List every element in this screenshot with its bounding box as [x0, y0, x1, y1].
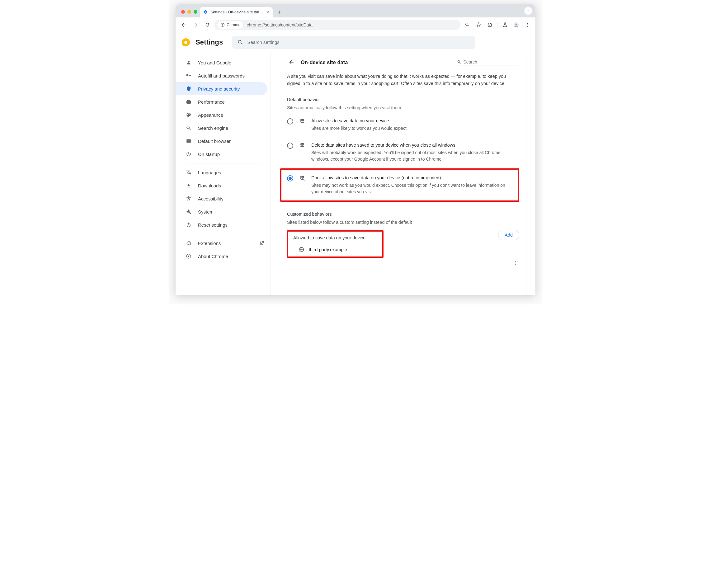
database-icon — [299, 142, 306, 149]
url-text: chrome://settings/content/siteData — [246, 22, 313, 27]
sidebar-label: About Chrome — [198, 254, 228, 259]
reload-button[interactable] — [202, 20, 212, 30]
default-behavior-heading: Default behavior — [280, 88, 526, 103]
toolbar-divider — [497, 22, 497, 28]
page-title: On-device site data — [301, 60, 348, 65]
gear-icon — [203, 10, 208, 15]
sidebar-label: Appearance — [198, 112, 223, 118]
close-window-button[interactable] — [181, 10, 185, 14]
sidebar-label: You and Google — [198, 60, 231, 65]
radio-unselected[interactable] — [287, 118, 293, 125]
extensions-icon — [186, 240, 192, 246]
option-allow[interactable]: Allow sites to save data on your device … — [280, 113, 526, 137]
database-off-icon — [299, 175, 306, 181]
svg-point-8 — [188, 256, 190, 257]
sidebar-label: Performance — [198, 99, 225, 105]
sidebar-item-system[interactable]: System — [176, 205, 267, 218]
chrome-logo-icon — [182, 38, 190, 46]
option-delete-on-close[interactable]: Delete data sites have saved to your dev… — [280, 137, 526, 168]
accessibility-icon — [186, 195, 192, 202]
sidebar-item-languages[interactable]: Languages — [176, 166, 267, 179]
sidebar-label: Languages — [198, 170, 221, 175]
option-desc: Sites may not work as you would expect. … — [311, 182, 511, 195]
translate-icon — [186, 169, 192, 176]
option-desc: Sites are more likely to work as you wou… — [311, 125, 407, 132]
svg-point-3 — [516, 23, 517, 25]
toolbar: Chrome chrome://settings/content/siteDat… — [176, 17, 535, 32]
back-button[interactable] — [179, 20, 189, 30]
svg-point-17 — [515, 264, 516, 265]
sidebar-label: Reset settings — [198, 222, 228, 227]
forward-button[interactable] — [191, 20, 200, 30]
profile-avatar-icon[interactable] — [511, 20, 521, 30]
page-back-button[interactable] — [287, 58, 296, 67]
shield-icon — [186, 86, 192, 92]
sidebar-item-reset[interactable]: Reset settings — [176, 218, 267, 231]
sidebar: You and Google Autofill and passwords Pr… — [176, 52, 271, 295]
chrome-icon — [220, 23, 225, 27]
sidebar-separator — [185, 163, 263, 164]
globe-icon — [298, 246, 304, 253]
fullscreen-window-button[interactable] — [194, 10, 197, 14]
customized-subtext: Sites listed below follow a custom setti… — [280, 218, 526, 227]
radio-unselected[interactable] — [287, 143, 293, 149]
minimize-window-button[interactable] — [188, 10, 191, 14]
sidebar-item-you-and-google[interactable]: You and Google — [176, 56, 267, 69]
default-behavior-subtext: Sites automatically follow this setting … — [280, 103, 526, 113]
page-search-input[interactable] — [463, 60, 519, 64]
tab-title: Settings - On-device site dat… — [211, 10, 263, 14]
sidebar-item-performance[interactable]: Performance — [176, 95, 267, 108]
sidebar-label: System — [198, 209, 214, 215]
zoom-icon[interactable] — [462, 20, 472, 30]
browser-window: Settings - On-device site dat… ✕ ＋ Chrom… — [176, 4, 535, 295]
site-row-menu-icon[interactable] — [512, 260, 518, 266]
palette-icon — [186, 112, 192, 118]
search-settings-field[interactable] — [232, 36, 475, 49]
key-icon — [186, 72, 192, 79]
sidebar-item-about[interactable]: About Chrome — [176, 249, 267, 263]
sidebar-item-default-browser[interactable]: Default browser — [176, 134, 267, 148]
extensions-icon[interactable] — [485, 20, 495, 30]
svg-point-6 — [527, 26, 527, 26]
window-controls — [179, 10, 200, 17]
sidebar-item-privacy[interactable]: Privacy and security — [176, 82, 267, 95]
svg-point-10 — [300, 143, 304, 145]
option-dont-allow[interactable]: Don't allow sites to save data on your d… — [281, 170, 518, 200]
new-tab-button[interactable]: ＋ — [275, 7, 284, 16]
settings-title: Settings — [195, 38, 223, 46]
tabstrip-chevron-down-icon[interactable] — [524, 7, 532, 15]
sidebar-item-extensions[interactable]: Extensions — [176, 237, 267, 249]
option-title: Delete data sites have saved to your dev… — [311, 142, 519, 149]
search-icon — [457, 60, 461, 64]
sidebar-item-downloads[interactable]: Downloads — [176, 179, 267, 192]
person-icon — [186, 60, 192, 66]
customized-heading: Customized behaviors — [280, 203, 526, 218]
svg-point-16 — [515, 263, 516, 264]
sidebar-label: Extensions — [198, 241, 221, 246]
sidebar-item-appearance[interactable]: Appearance — [176, 108, 267, 122]
close-tab-icon[interactable]: ✕ — [266, 10, 270, 15]
wrench-icon — [186, 209, 192, 215]
chrome-icon — [186, 253, 192, 259]
sidebar-item-on-startup[interactable]: On startup — [176, 148, 267, 160]
address-bar[interactable]: Chrome chrome://settings/content/siteDat… — [214, 20, 460, 30]
site-chip[interactable]: Chrome — [217, 21, 243, 29]
svg-point-15 — [515, 261, 516, 262]
search-icon — [237, 39, 243, 45]
svg-point-4 — [527, 23, 527, 24]
browser-icon — [186, 138, 192, 144]
search-settings-input[interactable] — [247, 40, 470, 45]
sidebar-item-autofill[interactable]: Autofill and passwords — [176, 69, 267, 82]
sidebar-item-search-engine[interactable]: Search engine — [176, 122, 267, 134]
sidebar-item-accessibility[interactable]: Accessibility — [176, 192, 267, 205]
radio-selected[interactable] — [287, 175, 293, 181]
browser-menu-icon[interactable] — [522, 20, 532, 30]
allowed-site-host: third-party.example — [309, 247, 347, 252]
allowed-heading: Allowed to save data on your device — [293, 234, 378, 244]
bookmark-star-icon[interactable] — [473, 20, 483, 30]
svg-point-9 — [300, 119, 304, 121]
active-tab[interactable]: Settings - On-device site dat… ✕ — [200, 7, 273, 17]
add-button[interactable]: Add — [498, 230, 519, 240]
page-search-field[interactable] — [457, 60, 519, 65]
labs-icon[interactable] — [500, 20, 510, 30]
